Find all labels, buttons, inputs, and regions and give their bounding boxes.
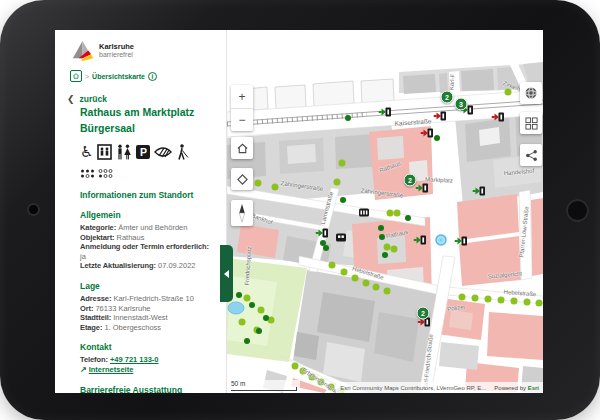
back-button[interactable]: ❮ zurück	[67, 94, 107, 104]
street-label: Rathaus	[378, 160, 401, 173]
tree-dot	[511, 298, 518, 305]
tree-dot	[292, 363, 299, 370]
tree-dot	[384, 288, 391, 295]
tree-dot	[472, 295, 479, 302]
basemap-button[interactable]	[520, 82, 542, 104]
section-heading: Informationen zum Standort	[80, 190, 226, 200]
compass-button[interactable]	[231, 200, 253, 226]
accessible-entrance-marker[interactable]	[416, 179, 429, 197]
not-accessible-entrance-marker[interactable]	[434, 107, 447, 125]
not-accessible-entrance-marker[interactable]	[492, 108, 505, 126]
field-label: Kategorie:	[80, 223, 116, 232]
tree-dot	[505, 89, 512, 96]
zoom-out-button[interactable]: −	[231, 108, 253, 131]
tree-dot	[363, 280, 370, 287]
accessible-entrance-marker[interactable]	[473, 182, 486, 200]
low-vision-icon	[154, 145, 172, 159]
tree-dot	[387, 210, 394, 217]
attribution-text: Esri Community Maps Contributors, LVermG…	[340, 385, 486, 391]
field-value: 1. Obergeschoss	[104, 323, 161, 332]
app-logo: Karlsruhe barrierefrei	[70, 38, 134, 63]
legend-button[interactable]	[520, 112, 542, 134]
location-title-line2: Bürgersaal	[80, 120, 226, 136]
tree-dot	[258, 307, 265, 314]
cluster-marker[interactable]: 2	[417, 307, 430, 320]
tree-dot	[498, 297, 505, 304]
share-button[interactable]	[520, 144, 542, 166]
field-value: Ämter und Behörden	[118, 223, 187, 232]
info-row: Etage: 1. Obergeschoss	[80, 323, 226, 333]
accessible-entrance-marker[interactable]	[379, 103, 392, 121]
tree-dot	[536, 300, 543, 307]
tree-dot	[244, 338, 250, 344]
elevator-poi-icon[interactable]	[336, 228, 347, 246]
tree-dot	[236, 292, 242, 298]
street-label: Sozialgericht	[488, 271, 523, 280]
scale-line	[231, 387, 297, 391]
compass-needle-icon	[235, 203, 249, 223]
building-poi-icon[interactable]	[359, 203, 370, 221]
accessible-entrance-marker[interactable]	[455, 232, 468, 250]
sidebar-content: Rathaus am Marktplatz Bürgersaal ♿	[80, 104, 226, 393]
accessible-entrance-marker[interactable]	[414, 231, 427, 249]
powered-by: Powered by Esri	[494, 385, 539, 391]
phone-link[interactable]: +49 721 133-0	[110, 355, 159, 364]
street-label: Handelshof	[504, 168, 535, 177]
home-button-hardware[interactable]	[566, 199, 589, 222]
website-link[interactable]: Internetseite	[89, 365, 134, 374]
tree-dot	[394, 210, 401, 217]
map-canvas[interactable]: KaiserstraßeZähringerstraßeZähringerstra…	[227, 30, 543, 393]
info-row: Adresse: Karl-Friedrich-Straße 10	[80, 294, 226, 304]
home-extent-button[interactable]	[231, 137, 253, 159]
field-label: Letzte Aktualisierung:	[80, 261, 156, 270]
section-heading: Lage	[80, 281, 226, 291]
tree-dot	[391, 246, 398, 253]
tree-dot	[373, 284, 380, 291]
not-accessible-entrance-marker[interactable]	[421, 124, 434, 142]
esri-logo: Esri	[528, 385, 539, 391]
street-label: Friedrichsplatz	[244, 246, 253, 285]
field-value: 76133 Karlsruhe	[95, 304, 150, 313]
cluster-marker[interactable]: 2	[441, 91, 454, 104]
collapse-panel-tab[interactable]	[220, 245, 233, 302]
map-overlay: KaiserstraßeZähringerstraßeZähringerstra…	[227, 30, 543, 393]
collapse-arrow-icon	[224, 270, 229, 278]
tree-dot	[405, 215, 411, 221]
scale-label: 50 m	[231, 380, 297, 387]
tablet-frame: Karlsruhe barrierefrei > Übersichtskarte…	[0, 0, 600, 420]
tree-dot	[255, 180, 262, 187]
field-label: Stadtteil:	[80, 313, 111, 322]
basemap-globe-icon	[524, 86, 538, 100]
brand-tagline: barrierefrei	[99, 51, 134, 59]
tree-dot	[263, 315, 269, 321]
field-label: Telefon:	[80, 355, 108, 364]
breadcrumb-page[interactable]: Übersichtskarte	[92, 73, 145, 80]
street-label: Karl-F	[448, 74, 456, 91]
house-icon	[236, 142, 249, 155]
zoom-in-button[interactable]: +	[231, 85, 253, 108]
cluster-marker[interactable]: 2	[404, 174, 417, 187]
accessible-entrance-marker[interactable]	[316, 224, 329, 242]
home-icon[interactable]	[70, 70, 82, 82]
tree-dot	[244, 295, 251, 302]
app-screen: Karlsruhe barrierefrei > Übersichtskarte…	[55, 30, 543, 393]
info-row: Ort: 76133 Karlsruhe	[80, 304, 226, 314]
info-icon[interactable]: i	[148, 72, 157, 81]
tree-dot	[384, 244, 391, 251]
map-attribution: Esri Community Maps Contributors, LVermG…	[336, 382, 543, 393]
brand-name: Karlsruhe	[99, 43, 134, 51]
field-value: Innenstadt-West	[113, 313, 167, 322]
front-camera	[29, 205, 38, 214]
cluster-marker[interactable]: 3	[455, 98, 468, 111]
field-label: Etage:	[80, 323, 102, 332]
locate-button[interactable]	[231, 168, 253, 190]
tree-dot	[256, 328, 262, 334]
breadcrumb: > Übersichtskarte i	[70, 70, 157, 82]
wc-icon	[116, 144, 132, 160]
field-value: 07.09.2022	[158, 261, 196, 270]
field-label: Adresse:	[80, 294, 111, 303]
tree-dot	[485, 296, 492, 303]
legend-grid-icon	[525, 117, 538, 130]
tree-dot	[239, 319, 246, 326]
street-label: Pfarrer-Löw-Straße	[518, 206, 529, 258]
